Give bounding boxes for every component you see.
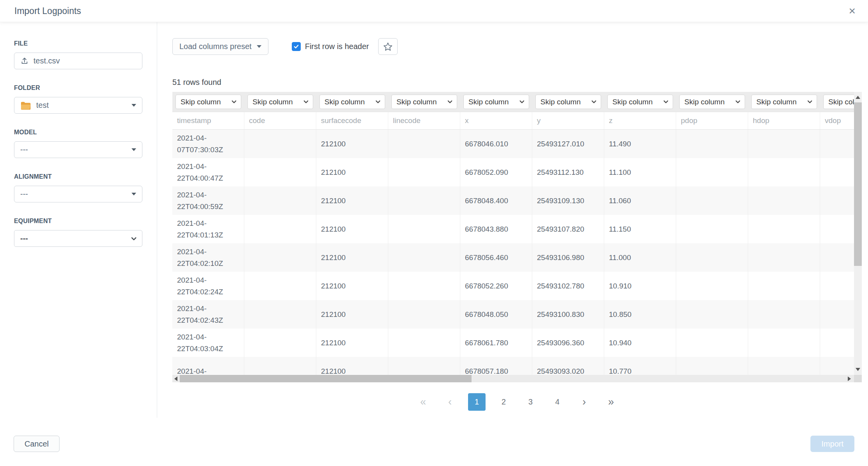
skip-column-select[interactable]: Skip column [175,95,241,109]
chevron-down-icon [303,99,309,105]
cell-x: 6678048.400 [460,186,532,215]
horizontal-scroll-thumb[interactable] [180,375,472,382]
import-button[interactable]: Import [810,436,854,452]
column-header-label: timestamp [177,116,211,125]
skip-column-select[interactable]: Skip column [535,95,601,109]
chevron-down-icon [735,99,741,105]
skip-column-select[interactable]: Skip column [247,95,313,109]
cell-value: 6678048.400 [465,195,508,207]
cell-linecode [388,272,460,300]
vertical-scrollbar[interactable] [854,92,862,375]
model-label: MODEL [14,129,142,136]
cell-y: 25493100.830 [532,300,604,329]
caret-down-icon [132,148,136,151]
cell-hdop [748,329,820,357]
cell-value: 212100 [321,195,345,207]
skip-column-select[interactable]: Skip column [319,95,385,109]
file-field: FILE test.csv [14,40,142,69]
vertical-scroll-thumb[interactable] [854,102,862,266]
cell-value: 212100 [321,366,345,375]
caret-down-icon [257,45,261,48]
cell-surfacecode: 212100 [316,130,388,158]
chevron-down-icon [807,99,813,105]
equipment-select[interactable]: --- [14,230,142,247]
page-button-2[interactable]: 2 [495,393,512,411]
cell-x: 6678046.010 [460,130,532,158]
cell-hdop [748,215,820,243]
skip-column-select[interactable]: Skip column [391,95,457,109]
skip-column-select[interactable]: Skip column [463,95,529,109]
cell-value: 212100 [321,309,345,320]
cell-linecode [388,300,460,329]
close-button[interactable]: × [846,5,858,17]
skip-column-select[interactable]: Skip column [679,95,745,109]
load-columns-preset-button[interactable]: Load columns preset [172,38,268,55]
scroll-right-icon[interactable] [848,376,851,381]
cell-timestamp: 2021-04-22T04:03:04Z [172,329,244,357]
cell-surfacecode: 212100 [316,186,388,215]
skip-column-value: Skip column [396,98,437,106]
alignment-label: ALIGNMENT [14,173,142,180]
page-button-3[interactable]: 3 [522,393,539,411]
skip-column-select[interactable]: Skip column [607,95,673,109]
next-page-button[interactable]: › [575,393,593,411]
column-header-y: y [532,112,604,129]
cell-surfacecode: 212100 [316,158,388,186]
cell-value: 25493093.020 [537,366,584,375]
page-button-1[interactable]: 1 [468,393,486,411]
column-header-surfacecode: surfacecode [316,112,388,129]
model-field: MODEL --- [14,129,142,158]
scroll-up-icon[interactable] [856,96,860,99]
chevron-down-icon [591,99,597,105]
modal-footer: Cancel Import [14,436,854,452]
cell-value: 11.000 [609,252,631,264]
chevron-down-icon [519,99,525,105]
cell-code [244,130,316,158]
page-button-4[interactable]: 4 [549,393,566,411]
prev-page-button[interactable]: ‹ [441,393,459,411]
cell-value: 2021-04-07T07:30:03Z [177,132,239,156]
scroll-down-icon[interactable] [856,368,860,371]
skip-column-value: Skip column [540,98,581,106]
skip-column-select[interactable]: Skip column [751,95,817,109]
cell-value: 212100 [321,280,345,292]
cell-value: 11.100 [609,167,631,178]
first-page-button[interactable]: « [414,393,432,411]
cell-hdop [748,186,820,215]
equipment-value: --- [20,234,28,243]
folder-select[interactable]: test [14,97,142,114]
horizontal-scrollbar[interactable] [172,375,862,382]
skip-column-value: Skip column [468,98,509,106]
cell-hdop [748,158,820,186]
save-preset-star-button[interactable] [378,38,398,55]
cell-value: 212100 [321,138,345,150]
cell-timestamp: 2021-04-22T04:00:59Z [172,186,244,215]
file-input[interactable]: test.csv [14,53,142,69]
cell-code [244,243,316,272]
cell-pdop [676,215,748,243]
pagination: « ‹ 1234› » [172,393,862,411]
cell-y: 25493096.360 [532,329,604,357]
cell-y: 25493107.820 [532,215,604,243]
first-row-header-checkbox[interactable]: First row is header [292,42,369,51]
alignment-select[interactable]: --- [14,186,142,202]
cell-z: 11.490 [604,130,676,158]
checkbox-box[interactable] [292,42,301,51]
cancel-button[interactable]: Cancel [14,436,60,452]
cell-value: 10.910 [609,280,631,292]
last-page-button[interactable]: » [602,393,620,411]
cell-surfacecode: 212100 [316,272,388,300]
column-header-x: x [460,112,532,129]
toolbar: Load columns preset First row is header [172,38,868,55]
cell-linecode [388,158,460,186]
cell-value: 25493100.830 [537,309,584,320]
main-panel: Load columns preset First row is header [157,22,868,418]
table-row: 2021-04-22T04:02:24Z2121006678052.260254… [172,272,862,300]
cell-value: 10.850 [609,309,631,320]
scroll-left-icon[interactable] [174,376,177,381]
skip-select-cell: Skip column [388,95,460,109]
model-select[interactable]: --- [14,141,142,158]
cell-value: 2021-04-22T04:02:24Z [177,274,239,298]
cell-value: 6678046.010 [465,138,508,150]
table-row: 2021-04-22T04:00:47Z2121006678052.090254… [172,158,862,186]
